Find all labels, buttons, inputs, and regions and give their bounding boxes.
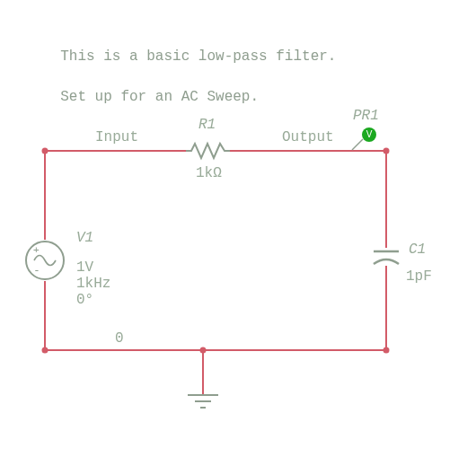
- probe-name: PR1: [353, 108, 379, 124]
- node-cap-bottom: [383, 347, 390, 354]
- wire-top-left: [44, 150, 186, 152]
- source-phase: 0°: [76, 292, 93, 308]
- source-frequency: 1kHz: [76, 276, 110, 292]
- wire-top-right: [230, 150, 387, 152]
- source-amplitude: 1V: [76, 259, 93, 276]
- ac-source-symbol: + -: [25, 240, 65, 281]
- resistor-symbol: [186, 143, 230, 159]
- resistor-value: 1kΩ: [196, 165, 222, 181]
- wire-right-upper: [385, 150, 387, 248]
- svg-line-7: [352, 139, 363, 150]
- node-source-top: [42, 148, 48, 154]
- node-source-bottom: [42, 347, 48, 354]
- source-name: V1: [76, 230, 93, 246]
- capacitor-name: C1: [409, 242, 426, 258]
- svg-text:+: +: [33, 244, 40, 256]
- wire-bottom: [44, 349, 387, 351]
- caption-line-1: This is a basic low-pass filter.: [60, 48, 336, 65]
- resistor-name: R1: [198, 117, 216, 133]
- node-cap-top: [383, 148, 390, 154]
- caption-line-2: Set up for an AC Sweep.: [60, 89, 259, 105]
- diagram-caption: This is a basic low-pass filter. Set up …: [43, 27, 336, 108]
- capacitor-symbol: [374, 248, 399, 266]
- svg-text:-: -: [33, 263, 40, 277]
- node-ground-junction: [200, 347, 207, 354]
- net-label-ground: 0: [115, 330, 124, 347]
- net-label-output: Output: [282, 129, 334, 145]
- probe-tip-icon: [352, 137, 365, 150]
- capacitor-value: 1pF: [406, 268, 432, 285]
- probe-letter: V: [366, 129, 373, 139]
- wire-right-lower: [385, 266, 387, 351]
- net-label-input: Input: [95, 129, 138, 145]
- ground-symbol: [188, 394, 218, 410]
- wire-left-upper: [44, 150, 46, 240]
- wire-ground-stub: [202, 349, 204, 394]
- wire-left-lower: [44, 281, 46, 351]
